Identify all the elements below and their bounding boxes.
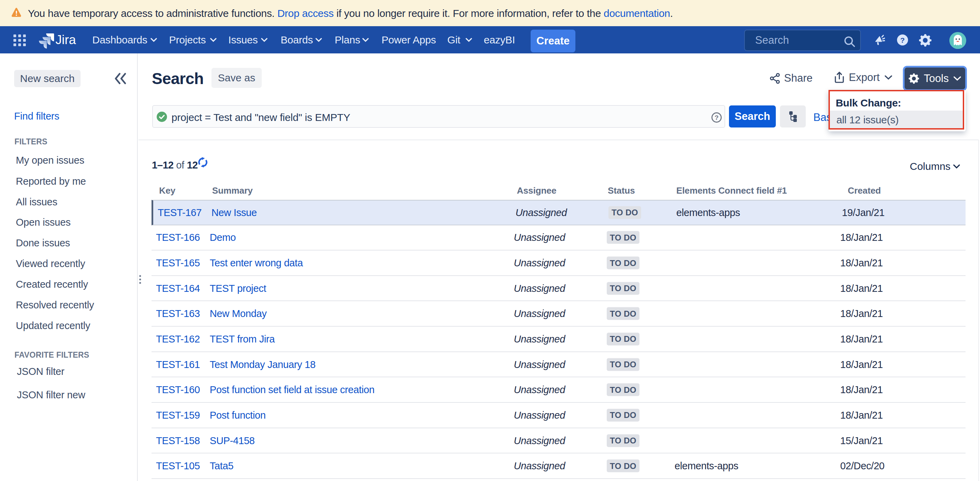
svg-text:?: ?	[900, 36, 905, 44]
svg-text:?: ?	[714, 114, 719, 121]
